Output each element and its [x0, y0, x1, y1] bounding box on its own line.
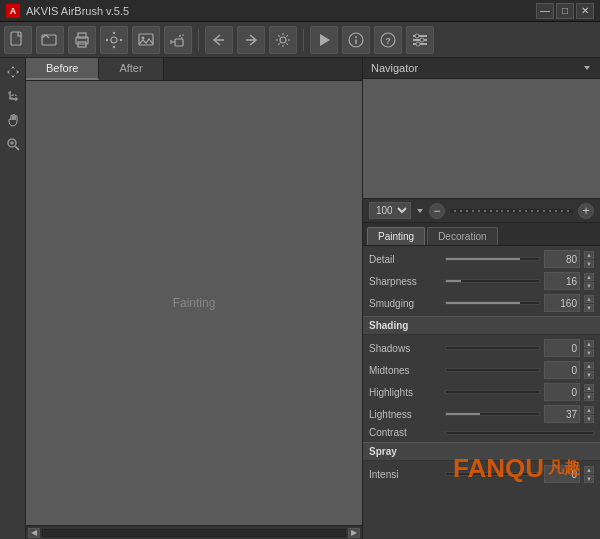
watermark: FANQU 凡趣 [453, 453, 580, 484]
zoom-select[interactable]: 100% 50% 200% [369, 202, 411, 219]
intensity-spinner: ▲ ▼ [584, 466, 594, 483]
toolbar-image-icon[interactable] [132, 26, 160, 54]
sharpness-row: Sharpness 16 ▲ ▼ [369, 272, 594, 290]
shadows-down[interactable]: ▼ [584, 349, 594, 357]
smudging-label: Smudging [369, 298, 441, 309]
close-button[interactable]: ✕ [576, 3, 594, 19]
zoom-tool[interactable] [3, 134, 23, 154]
midtones-down[interactable]: ▼ [584, 371, 594, 379]
tab-decoration[interactable]: Decoration [427, 227, 497, 245]
lightness-up[interactable]: ▲ [584, 406, 594, 414]
highlights-value[interactable]: 0 [544, 383, 580, 401]
svg-point-15 [179, 35, 181, 37]
detail-slider[interactable] [445, 257, 540, 261]
smudging-slider[interactable] [445, 301, 540, 305]
minimize-button[interactable]: — [536, 3, 554, 19]
svg-point-32 [416, 42, 420, 46]
highlights-up[interactable]: ▲ [584, 384, 594, 392]
hand-tool[interactable] [3, 110, 23, 130]
contrast-slider[interactable] [445, 431, 594, 435]
shading-header: Shading [363, 316, 600, 335]
svg-rect-0 [11, 32, 21, 45]
detail-up[interactable]: ▲ [584, 251, 594, 259]
navigator-dropdown-icon[interactable] [582, 63, 592, 73]
title-text: AKVIS AirBrush v.5.5 [26, 5, 129, 17]
sharpness-spinner: ▲ ▼ [584, 273, 594, 290]
svg-marker-41 [584, 66, 590, 70]
zoom-dropdown-icon[interactable] [415, 206, 425, 216]
sharpness-value[interactable]: 16 [544, 272, 580, 290]
lightness-slider[interactable] [445, 412, 540, 416]
lightness-label: Lightness [369, 409, 441, 420]
shadows-value[interactable]: 0 [544, 339, 580, 357]
midtones-spinner: ▲ ▼ [584, 362, 594, 379]
svg-point-30 [415, 34, 419, 38]
toolbar-back-icon[interactable] [205, 26, 233, 54]
toolbar-forward-icon[interactable] [237, 26, 265, 54]
navigator-preview [363, 79, 600, 199]
sharpness-slider[interactable] [445, 279, 540, 283]
toolbar-play-icon[interactable] [310, 26, 338, 54]
scroll-track[interactable] [42, 529, 346, 537]
scroll-right-button[interactable]: ▶ [348, 528, 360, 538]
canvas-area[interactable]: Fainting [26, 81, 362, 525]
zoom-out-button[interactable]: − [429, 203, 445, 219]
svg-point-6 [113, 31, 115, 33]
smudging-row: Smudging 160 ▲ ▼ [369, 294, 594, 312]
svg-point-31 [420, 38, 424, 42]
svg-point-5 [111, 37, 117, 43]
tab-before[interactable]: Before [26, 58, 99, 80]
lightness-value[interactable]: 37 [544, 405, 580, 423]
sharpness-down[interactable]: ▼ [584, 282, 594, 290]
smudging-down[interactable]: ▼ [584, 304, 594, 312]
maximize-button[interactable]: □ [556, 3, 574, 19]
navigator-title: Navigator [371, 62, 418, 74]
detail-row: Detail 80 ▲ ▼ [369, 250, 594, 268]
toolbar-help-icon[interactable]: ? [374, 26, 402, 54]
shadows-spinner: ▲ ▼ [584, 340, 594, 357]
midtones-value[interactable]: 0 [544, 361, 580, 379]
smudging-value[interactable]: 160 [544, 294, 580, 312]
midtones-up[interactable]: ▲ [584, 362, 594, 370]
lightness-down[interactable]: ▼ [584, 415, 594, 423]
toolbar-file-icon[interactable] [4, 26, 32, 54]
smudging-up[interactable]: ▲ [584, 295, 594, 303]
toolbar-open-icon[interactable] [36, 26, 64, 54]
toolbar-config-icon[interactable] [406, 26, 434, 54]
shadows-slider[interactable] [445, 346, 540, 350]
highlights-slider[interactable] [445, 390, 540, 394]
horizontal-scrollbar[interactable]: ◀ ▶ [26, 525, 362, 539]
highlights-spinner: ▲ ▼ [584, 384, 594, 401]
midtones-label: Midtones [369, 365, 441, 376]
fainting-label: Fainting [173, 296, 216, 310]
canvas-tabs: Before After [26, 58, 362, 81]
detail-down[interactable]: ▼ [584, 260, 594, 268]
settings-tabs: Painting Decoration [363, 223, 600, 246]
intensity-down[interactable]: ▼ [584, 475, 594, 483]
svg-point-7 [113, 45, 115, 47]
toolbar-gear-icon[interactable] [269, 26, 297, 54]
toolbar-settings-icon[interactable] [100, 26, 128, 54]
svg-rect-12 [175, 39, 183, 46]
scroll-left-button[interactable]: ◀ [28, 528, 40, 538]
toolbar-spray-icon[interactable] [164, 26, 192, 54]
zoom-in-button[interactable]: + [578, 203, 594, 219]
intensity-up[interactable]: ▲ [584, 466, 594, 474]
navigator-header: Navigator [363, 58, 600, 79]
contrast-row: Contrast [369, 427, 594, 438]
tab-painting[interactable]: Painting [367, 227, 425, 245]
toolbar-print-icon[interactable] [68, 26, 96, 54]
toolbar-info-icon[interactable] [342, 26, 370, 54]
zoom-slider[interactable] [449, 208, 574, 214]
crop-tool[interactable] [3, 86, 23, 106]
lightness-spinner: ▲ ▼ [584, 406, 594, 423]
tab-after[interactable]: After [99, 58, 163, 80]
highlights-down[interactable]: ▼ [584, 393, 594, 401]
midtones-slider[interactable] [445, 368, 540, 372]
detail-value[interactable]: 80 [544, 250, 580, 268]
move-tool[interactable] [3, 62, 23, 82]
shadows-up[interactable]: ▲ [584, 340, 594, 348]
sharpness-label: Sharpness [369, 276, 441, 287]
contrast-label: Contrast [369, 427, 441, 438]
sharpness-up[interactable]: ▲ [584, 273, 594, 281]
